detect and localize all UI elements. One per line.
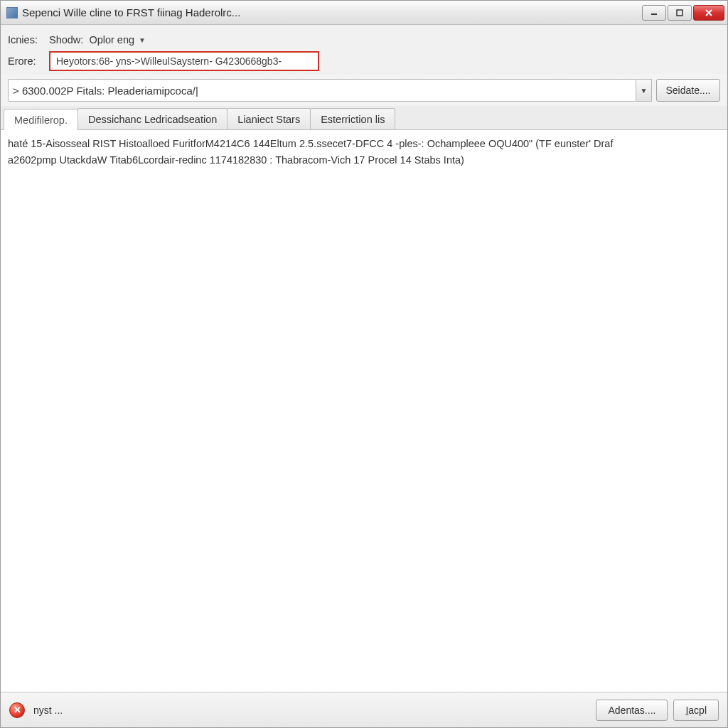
tab-label: Dessichanc Ledricadseation [88,114,217,125]
titlebar: Sepenci Wille cline to FRST fiinag Hader… [1,1,727,25]
tab-lianiect[interactable]: Lianiect Stars [227,108,311,129]
address-row: > 6300.002P Fitals: Pleaderiamipcoca/| ▼… [1,75,727,106]
show-dropdown[interactable]: Oplor eng ▼ [89,34,146,46]
button-text-rest: acpl [688,705,707,716]
adentas-button[interactable]: Adentas.... [596,700,668,721]
tab-label: Lianiect Stars [237,114,300,125]
close-button[interactable] [693,5,724,21]
tab-medifilerop[interactable]: Medifilerop. [4,109,78,130]
footer-right: Adentas.... Iacpl [596,700,719,721]
app-window: Sepenci Wille cline to FRST fiinag Hader… [0,0,728,728]
error-icon: ✕ [9,702,25,718]
footer-left: ✕ nyst ... [9,700,592,721]
maximize-icon [676,9,683,16]
address-text: > 6300.002P Fitals: Pleaderiamipcoca/| [13,85,198,97]
content-line: a2602pmp UtackdaW Titab6Lcordair-redinc … [8,152,720,168]
minimize-button[interactable] [642,5,666,21]
chevron-down-icon: ▼ [139,36,146,44]
app-icon [6,7,18,18]
tab-dessichanc[interactable]: Dessichanc Ledricadseation [77,108,228,129]
error-row: Erore: Heyotors:68- yns->WilleulSaystern… [8,50,720,72]
window-controls [641,5,724,21]
error-value: Heyotors:68- yns->WilleulSaystern- G4230… [56,55,282,67]
svg-rect-1 [677,10,682,16]
footer: ✕ nyst ... Adentas.... Iacpl [1,692,727,727]
nyst-button[interactable]: nyst ... [28,700,68,721]
minimize-icon [651,9,658,16]
show-row: Icnies: Shodw: Oplor eng ▼ [8,29,720,50]
tab-label: Esterriction lis [321,114,385,125]
content-panel: haté 15-Aisosseal RIST Histoalloed Furit… [1,130,727,692]
seidate-button[interactable]: Seidate.... [656,79,720,102]
tab-esterriction[interactable]: Esterriction lis [310,108,395,129]
icnies-label: Icnies: [8,34,43,46]
maximize-button[interactable] [668,5,692,21]
show-dropdown-value: Oplor eng [89,34,134,46]
chevron-down-icon: ▼ [641,87,648,95]
error-box[interactable]: Heyotors:68- yns->WilleulSaystern- G4230… [49,51,319,71]
address-dropdown-button[interactable]: ▼ [636,79,652,102]
config-area: Icnies: Shodw: Oplor eng ▼ Erore: Heyoto… [1,25,727,75]
window-title: Sepenci Wille cline to FRST fiinag Hader… [22,6,641,18]
erore-label: Erore: [8,55,43,67]
tabstrip: Medifilerop. Dessichanc Ledricadseation … [1,106,727,130]
address-input[interactable]: > 6300.002P Fitals: Pleaderiamipcoca/| [8,79,636,102]
content-line: haté 15-Aisosseal RIST Histoalloed Furit… [8,136,720,152]
close-icon [705,9,713,17]
iacpl-button[interactable]: Iacpl [673,700,719,721]
tab-label: Medifilerop. [14,114,68,126]
show-label: Shodw: [49,34,83,46]
